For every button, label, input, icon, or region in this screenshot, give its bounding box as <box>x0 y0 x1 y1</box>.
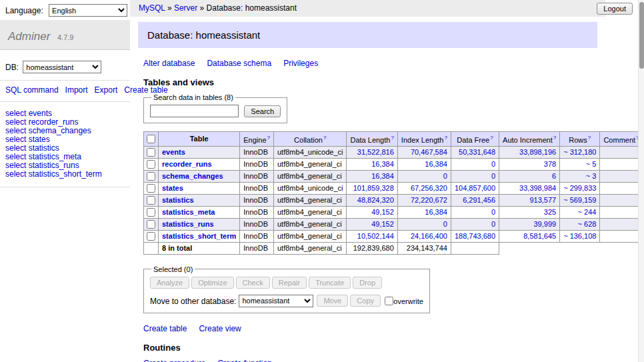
optimize-button[interactable]: Optimize <box>191 277 233 289</box>
index-length-link[interactable]: 16,384 <box>425 208 447 216</box>
data-length-link[interactable]: 49,152 <box>371 208 394 216</box>
move-db-select[interactable]: homeassistant <box>239 295 313 307</box>
data-free-link[interactable]: 0 <box>491 160 495 168</box>
index-length-link[interactable]: 67,256,320 <box>411 184 447 192</box>
data-length-link[interactable]: 101,859,328 <box>353 184 394 192</box>
data-free-cell: 50,331,648 <box>451 146 499 158</box>
table-name-link[interactable]: statistics_runs <box>162 220 214 228</box>
data-length-link[interactable]: 16,384 <box>371 172 394 180</box>
row-checkbox[interactable] <box>147 208 155 217</box>
link-create-function[interactable]: Create function <box>217 359 271 362</box>
row-checkbox[interactable] <box>147 196 155 205</box>
index-length-link[interactable]: 0 <box>443 172 447 180</box>
copy-button[interactable]: Copy <box>350 295 381 307</box>
auto-increment-link[interactable]: 325 <box>544 208 556 216</box>
check-button[interactable]: Check <box>236 277 270 289</box>
sidebar-action-sql-command[interactable]: SQL command <box>5 85 59 95</box>
row-checkbox[interactable] <box>147 160 155 169</box>
logout-button[interactable]: Logout <box>597 3 633 15</box>
overwrite-label[interactable]: overwrite <box>393 297 423 305</box>
link-create-procedure[interactable]: Create procedure <box>143 359 205 362</box>
data-length-link[interactable]: 48,824,320 <box>357 196 394 204</box>
index-length-link[interactable]: 0 <box>443 220 447 228</box>
auto-increment-link[interactable]: 6 <box>552 172 556 180</box>
move-button[interactable]: Move <box>317 295 348 307</box>
rows-link[interactable]: ~ 312,180 <box>563 148 596 156</box>
auto-increment-link[interactable]: 378 <box>544 160 556 168</box>
data-free-link[interactable]: 50,331,648 <box>459 148 495 156</box>
row-checkbox[interactable] <box>147 172 155 181</box>
index-length-link[interactable]: 24,166,400 <box>411 232 447 240</box>
help-link[interactable]: ? <box>444 135 447 141</box>
overwrite-checkbox[interactable] <box>385 297 393 305</box>
select-all-checkbox[interactable] <box>147 135 155 143</box>
rows-link[interactable]: ~ 3 <box>586 172 597 180</box>
row-checkbox[interactable] <box>147 220 155 229</box>
help-link[interactable]: ? <box>267 135 270 141</box>
data-free-link[interactable]: 6,291,456 <box>463 196 495 204</box>
auto-increment-link[interactable]: 33,898,196 <box>519 148 556 156</box>
breadcrumb-server[interactable]: Server <box>174 3 197 13</box>
db-select[interactable]: homeassistant <box>23 61 101 73</box>
drop-button[interactable]: Drop <box>353 277 382 289</box>
auto-increment-link[interactable]: 913,577 <box>529 196 556 204</box>
data-free-link[interactable]: 0 <box>491 220 495 228</box>
data-free-link[interactable]: 0 <box>491 172 495 180</box>
index-length-link[interactable]: 16,384 <box>425 160 447 168</box>
language-select[interactable]: English <box>49 4 127 17</box>
engine-cell: InnoDB <box>240 158 274 170</box>
rows-link[interactable]: ~ 628 <box>578 220 597 228</box>
table-name-link[interactable]: statistics_short_term <box>162 232 236 240</box>
index-length-link[interactable]: 72,220,672 <box>411 196 447 204</box>
analyze-button[interactable]: Analyze <box>150 277 189 289</box>
link-create-table[interactable]: Create table <box>143 324 187 333</box>
table-name-link[interactable]: statistics <box>162 196 194 204</box>
data-free-link[interactable]: 104,857,600 <box>455 184 495 192</box>
data-length-link[interactable]: 16,384 <box>371 160 394 168</box>
table-name-link[interactable]: schema_changes <box>162 172 223 180</box>
db-link-alter-database[interactable]: Alter database <box>143 59 195 68</box>
sidebar-select-statistics-short-term[interactable]: select statistics_short_term <box>5 170 125 179</box>
data-length-link[interactable]: 31,522,816 <box>357 148 394 156</box>
link-create-view[interactable]: Create view <box>199 324 241 333</box>
sidebar-action-export[interactable]: Export <box>95 85 118 95</box>
rows-link[interactable]: ~ 569,159 <box>563 196 596 204</box>
db-link-database-schema[interactable]: Database schema <box>207 59 271 68</box>
table-name-link[interactable]: events <box>162 148 185 156</box>
auto-increment-link[interactable]: 39,999 <box>534 220 557 228</box>
db-link-privileges[interactable]: Privileges <box>283 59 318 68</box>
data-length-link[interactable]: 49,152 <box>371 220 394 228</box>
table-row: statesInnoDButf8mb4_unicode_ci101,859,32… <box>144 182 643 194</box>
index-length-link[interactable]: 70,467,584 <box>411 148 447 156</box>
truncate-button[interactable]: Truncate <box>309 277 351 289</box>
help-link[interactable]: ? <box>553 135 556 141</box>
data-free-link[interactable]: 0 <box>491 208 495 216</box>
rows-link[interactable]: ~ 299,833 <box>563 184 596 192</box>
sidebar-action-import[interactable]: Import <box>65 85 88 95</box>
help-link[interactable]: ? <box>323 135 326 141</box>
rows-link[interactable]: ~ 5 <box>586 160 597 168</box>
help-link[interactable]: ? <box>490 135 493 141</box>
help-link[interactable]: ? <box>391 135 393 141</box>
auto-increment-link[interactable]: 33,398,984 <box>519 184 556 192</box>
table-name-link[interactable]: recorder_runs <box>162 160 212 168</box>
app-logo-link[interactable]: Adminer <box>8 30 50 43</box>
rows-link[interactable]: ~ 136,108 <box>563 232 596 240</box>
row-checkbox[interactable] <box>147 184 155 193</box>
data-free-link[interactable]: 188,743,680 <box>455 232 495 240</box>
search-input[interactable] <box>150 105 239 117</box>
data-length-link[interactable]: 10,502,144 <box>357 232 394 240</box>
auto-increment-link[interactable]: 8,581,645 <box>523 232 556 240</box>
breadcrumb-mysql[interactable]: MySQL <box>139 3 165 13</box>
row-checkbox[interactable] <box>147 148 155 157</box>
table-name-link[interactable]: statistics_meta <box>162 208 215 216</box>
vertical-scrollbar[interactable] <box>638 0 644 362</box>
row-checkbox[interactable] <box>147 232 155 241</box>
table-name-link[interactable]: states <box>162 184 183 192</box>
rows-link[interactable]: ~ 244 <box>578 208 597 216</box>
search-button[interactable]: Search <box>244 105 281 117</box>
repair-button[interactable]: Repair <box>272 277 307 289</box>
rows-cell: ~ 312,180 <box>560 146 600 158</box>
help-link[interactable]: ? <box>588 135 591 141</box>
scrollbar-thumb[interactable] <box>639 2 644 69</box>
